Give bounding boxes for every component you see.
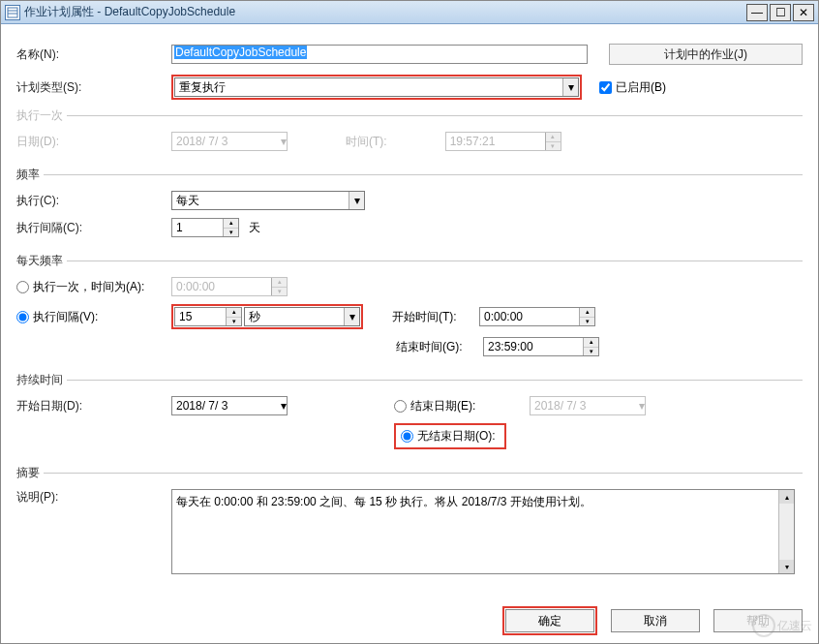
scrollbar[interactable]: ▴▾ — [778, 490, 794, 573]
schedule-type-highlight: 重复执行 ▾ — [171, 75, 582, 100]
watermark: ∞ 亿速云 — [752, 614, 812, 637]
close-button[interactable]: ✕ — [793, 4, 814, 21]
no-end-date-highlight: 无结束日期(O): — [394, 423, 506, 449]
summary-fieldset: 摘要 说明(P): 每天在 0:00:00 和 23:59:00 之间、每 15… — [16, 465, 803, 584]
exec-interval-input[interactable]: 1 ▴▾ — [171, 218, 239, 237]
start-date-input[interactable]: 2018/ 7/ 3 ▾ — [171, 396, 288, 415]
chevron-down-icon: ▾ — [281, 135, 287, 148]
start-date-label: 开始日期(D): — [16, 398, 171, 414]
once-legend: 执行一次 — [16, 107, 67, 124]
exec-interval-label: 执行间隔(C): — [16, 220, 171, 236]
daily-interval-highlight: 15 ▴▾ 秒 ▾ — [171, 304, 363, 329]
daily-start-input[interactable]: 0:00:00 ▴▾ — [479, 307, 595, 326]
once-fieldset: 执行一次 日期(D): 2018/ 7/ 3 ▾ 时间(T): 19:57:21… — [16, 107, 803, 161]
exec-label: 执行(C): — [16, 193, 171, 209]
chevron-down-icon: ▾ — [562, 78, 578, 96]
ok-button[interactable]: 确定 — [505, 609, 594, 632]
name-label: 名称(N): — [16, 46, 171, 63]
no-end-date-radio[interactable]: 无结束日期(O): — [397, 426, 503, 446]
daily-end-label: 结束时间(G): — [396, 339, 483, 355]
daily-once-time-input: 0:00:00 ▴▾ — [171, 277, 288, 296]
ok-highlight: 确定 — [502, 606, 597, 635]
daily-interval-unit-combo[interactable]: 秒 ▾ — [244, 307, 360, 326]
once-time-label: 时间(T): — [346, 134, 387, 150]
daily-legend: 每天频率 — [16, 253, 67, 269]
daily-fieldset: 每天频率 执行一次，时间为(A): 0:00:00 ▴▾ 执行间隔(V): — [16, 253, 803, 366]
daily-interval-radio[interactable]: 执行间隔(V): — [16, 309, 171, 325]
desc-textarea[interactable]: 每天在 0:00:00 和 23:59:00 之间、每 15 秒 执行。将从 2… — [171, 489, 795, 574]
dialog-body: 名称(N): DefaultCopyJobSchedule 计划中的作业(J) … — [1, 24, 818, 643]
name-value-selected: DefaultCopyJobSchedule — [174, 46, 307, 59]
end-date-input: 2018/ 7/ 3 ▾ — [530, 396, 646, 415]
daily-start-label: 开始时间(T): — [392, 309, 479, 325]
once-date-input: 2018/ 7/ 3 ▾ — [171, 132, 288, 151]
app-icon — [5, 5, 20, 20]
spin-buttons[interactable]: ▴▾ — [226, 308, 241, 325]
maximize-button[interactable]: ☐ — [770, 4, 791, 21]
enabled-checkbox-label: 已启用(B) — [616, 79, 666, 96]
name-input[interactable]: DefaultCopyJobSchedule — [171, 45, 588, 64]
schedule-type-combo[interactable]: 重复执行 ▾ — [174, 77, 579, 97]
spin-buttons[interactable]: ▴▾ — [579, 308, 594, 325]
cancel-button[interactable]: 取消 — [611, 609, 700, 632]
once-date-label: 日期(D): — [16, 134, 171, 150]
enabled-checkbox[interactable]: 已启用(B) — [599, 79, 666, 96]
spin-buttons[interactable]: ▴▾ — [583, 338, 598, 355]
spin-buttons[interactable]: ▴▾ — [223, 219, 238, 236]
daily-once-radio[interactable]: 执行一次，时间为(A): — [16, 279, 171, 295]
chevron-down-icon: ▾ — [344, 308, 359, 325]
exec-interval-unit: 天 — [249, 220, 260, 236]
svg-rect-0 — [8, 8, 17, 17]
duration-fieldset: 持续时间 开始日期(D): 2018/ 7/ 3 ▾ 结束日期(E): 2018… — [16, 372, 803, 459]
enabled-checkbox-input[interactable] — [599, 81, 612, 94]
titlebar: 作业计划属性 - DefaultCopyJobSchedule — ☐ ✕ — [1, 1, 818, 24]
dialog-window: 作业计划属性 - DefaultCopyJobSchedule — ☐ ✕ 名称… — [0, 0, 819, 644]
spin-buttons: ▴▾ — [545, 133, 561, 150]
schedule-type-label: 计划类型(S): — [16, 79, 171, 96]
desc-label: 说明(P): — [16, 489, 171, 506]
spin-buttons: ▴▾ — [271, 278, 287, 295]
watermark-logo-icon: ∞ — [752, 614, 775, 637]
window-title: 作业计划属性 - DefaultCopyJobSchedule — [24, 4, 746, 20]
daily-interval-value[interactable]: 15 ▴▾ — [174, 307, 242, 326]
schedule-type-value: 重复执行 — [179, 79, 226, 96]
once-time-input: 19:57:21 ▴▾ — [445, 132, 561, 151]
chevron-down-icon: ▾ — [639, 399, 645, 413]
chevron-down-icon: ▾ — [281, 399, 287, 413]
freq-legend: 频率 — [16, 167, 44, 183]
summary-legend: 摘要 — [16, 465, 44, 481]
duration-legend: 持续时间 — [16, 372, 67, 388]
chevron-down-icon: ▾ — [349, 192, 364, 209]
freq-fieldset: 频率 执行(C): 每天 ▾ 执行间隔(C): 1 ▴▾ 天 — [16, 167, 803, 247]
minimize-button[interactable]: — — [746, 4, 768, 21]
exec-combo[interactable]: 每天 ▾ — [171, 191, 365, 210]
end-date-radio[interactable]: 结束日期(E): — [394, 398, 530, 414]
scheduled-jobs-button[interactable]: 计划中的作业(J) — [609, 44, 803, 65]
daily-end-input[interactable]: 23:59:00 ▴▾ — [483, 337, 599, 356]
